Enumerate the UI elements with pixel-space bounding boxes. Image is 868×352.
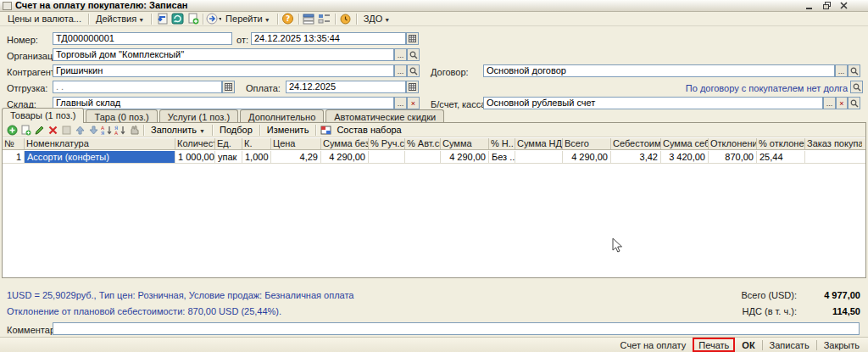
move-up-icon[interactable]: [73, 124, 86, 136]
organization-ellipsis-button[interactable]: ...: [394, 48, 407, 61]
number-input[interactable]: ТД000000001: [53, 32, 232, 45]
sort-asc-icon[interactable]: АЯ: [100, 124, 114, 136]
rate-info-text: 1USD = 25,9029руб., Тип цен: Розничная, …: [7, 290, 353, 300]
cell-auto-discount[interactable]: [405, 151, 441, 163]
minimize-button[interactable]: [804, 1, 815, 10]
cell-nomenclature[interactable]: Ассорти (конфеты): [25, 151, 175, 163]
cell-quantity[interactable]: 1 000,000: [175, 151, 215, 163]
fill-menu-button[interactable]: Заполнить ▼: [147, 124, 209, 136]
account-input[interactable]: Основной рублевый счет: [483, 97, 823, 109]
window-title: Счет на оплату покупателю: Записан: [15, 0, 188, 11]
comment-input[interactable]: [53, 322, 860, 335]
edit-row-icon[interactable]: [32, 124, 46, 136]
go-arrow-icon[interactable]: [206, 13, 221, 25]
tab-strip: Товары (1 поз.) Тара (0 поз.) Услуги (1 …: [2, 108, 446, 123]
change-button[interactable]: Изменить: [263, 124, 314, 136]
zdo-menu-button[interactable]: ЗДО▼: [359, 13, 395, 25]
end-edit-icon[interactable]: [59, 124, 73, 136]
cell-num[interactable]: 1: [3, 151, 25, 163]
contract-search-button[interactable]: [848, 64, 860, 77]
goto-menu-button[interactable]: Перейти▼: [221, 13, 275, 25]
close-button[interactable]: [837, 1, 849, 10]
account-search-button[interactable]: [848, 97, 860, 109]
account-ellipsis-button[interactable]: ...: [823, 97, 836, 109]
save-button[interactable]: Записать: [765, 339, 815, 351]
close-form-button[interactable]: Закрыть: [819, 339, 865, 351]
toolbar-separator: [151, 14, 152, 25]
svg-text:А: А: [114, 130, 119, 136]
svg-text:?: ?: [286, 14, 290, 23]
cell-deviation-percent[interactable]: 25,44: [757, 151, 805, 163]
col-header-customer-order: Заказ покупате..: [805, 138, 862, 149]
help-icon[interactable]: ?: [281, 13, 296, 25]
cell-sum-without[interactable]: 4 290,00: [321, 151, 369, 163]
grid-toolbar-separator: [259, 125, 260, 136]
contract-ellipsis-button[interactable]: ...: [835, 64, 848, 77]
no-debt-info-text: По договору с покупателем нет долга: [670, 83, 848, 93]
grid-toolbar-separator: [143, 125, 144, 136]
report-settings-icon[interactable]: [317, 13, 332, 25]
timer-icon[interactable]: [338, 13, 353, 25]
col-header-unit: Ед.: [215, 138, 242, 149]
contractor-ellipsis-button[interactable]: ...: [394, 64, 407, 77]
contract-input[interactable]: Основной договор: [483, 64, 835, 77]
tab-services[interactable]: Услуги (1 поз.): [159, 109, 238, 123]
pick-button[interactable]: Подбор: [215, 124, 257, 136]
shipment-calendar-button[interactable]: [222, 81, 235, 93]
actions-menu-button[interactable]: Действия▼: [92, 13, 148, 25]
no-debt-search-button[interactable]: [850, 81, 863, 93]
col-header-vat-sum: Сумма НДС: [515, 138, 563, 149]
prices-currency-button[interactable]: Цены и валюта...: [3, 13, 86, 25]
tab-additional[interactable]: Дополнительно: [240, 109, 324, 123]
post-document-icon[interactable]: [154, 13, 170, 25]
cell-vat-sum[interactable]: [515, 151, 563, 163]
account-clear-button[interactable]: ×: [836, 97, 848, 109]
payment-date-input[interactable]: 24.12.2025: [286, 81, 406, 93]
sort-desc-icon[interactable]: ЯА: [114, 124, 127, 136]
cell-k[interactable]: 1,000: [242, 151, 271, 163]
set-content-button[interactable]: Состав набора: [332, 124, 405, 136]
refresh-icon[interactable]: [170, 13, 185, 25]
date-input[interactable]: 24.12.2025 13:35:44: [251, 32, 406, 45]
cell-customer-order[interactable]: [805, 151, 862, 163]
cell-deviation[interactable]: 870,00: [709, 151, 757, 163]
tab-tare[interactable]: Тара (0 поз.): [86, 109, 157, 123]
contractor-search-button[interactable]: [407, 64, 420, 77]
payment-calendar-button[interactable]: [406, 81, 419, 93]
delete-row-icon[interactable]: [46, 124, 59, 136]
grid-toolbar-separator: [315, 125, 316, 136]
cell-cost-sum[interactable]: 3 420,00: [661, 151, 709, 163]
col-header-deviation: Отклонение: [709, 138, 757, 149]
bottom-button-bar: Счет на оплату Печать ОК Записать Закрыт…: [0, 337, 868, 352]
add-row-icon[interactable]: [5, 124, 19, 136]
list-settings-icon[interactable]: [302, 13, 317, 25]
shipment-date-input[interactable]: . .: [53, 81, 222, 93]
restore-button[interactable]: [821, 1, 832, 10]
move-down-icon[interactable]: [86, 124, 100, 136]
cell-unit[interactable]: упак: [215, 151, 242, 163]
main-toolbar: Цены и валюта... Действия▼ Перейти▼ ? ЗД…: [0, 12, 868, 26]
ok-button[interactable]: ОК: [737, 339, 760, 351]
invoice-print-form-button[interactable]: Счет на оплату: [615, 339, 692, 351]
cell-price[interactable]: 4,29: [271, 151, 321, 163]
cell-vat-percent[interactable]: Без ..: [489, 151, 515, 163]
deviation-info-text: Отклонение от плановой себестоимости: 87…: [7, 306, 281, 316]
table-row[interactable]: 1 Ассорти (конфеты) 1 000,000 упак 1,000…: [3, 151, 865, 164]
cell-total[interactable]: 4 290,00: [563, 151, 611, 163]
cell-cost[interactable]: 3,42: [611, 151, 661, 163]
hand-input-icon[interactable]: [127, 124, 141, 136]
cell-sum[interactable]: 4 290,00: [441, 151, 489, 163]
tab-goods[interactable]: Товары (1 поз.): [2, 108, 84, 123]
date-calendar-button[interactable]: [406, 32, 419, 45]
organization-input[interactable]: Торговый дом "Комплексный": [53, 48, 394, 61]
organization-search-button[interactable]: [407, 48, 420, 61]
tab-auto-discounts[interactable]: Автоматические скидки: [326, 109, 444, 123]
contractor-input[interactable]: Гришичкин: [53, 64, 394, 77]
cell-manual-discount[interactable]: [369, 151, 405, 163]
print-button[interactable]: Печать: [697, 339, 731, 351]
col-header-cost-sum: Сумма себе..: [661, 138, 709, 149]
grid-header-row: № Номенклатура Количест.. Ед. К. Цена Су…: [3, 138, 865, 150]
copy-new-icon[interactable]: [185, 13, 200, 25]
copy-row-icon[interactable]: [19, 124, 32, 136]
goods-grid-panel: АЯ ЯА Заполнить ▼ Подбор Изменить Состав…: [2, 122, 866, 278]
